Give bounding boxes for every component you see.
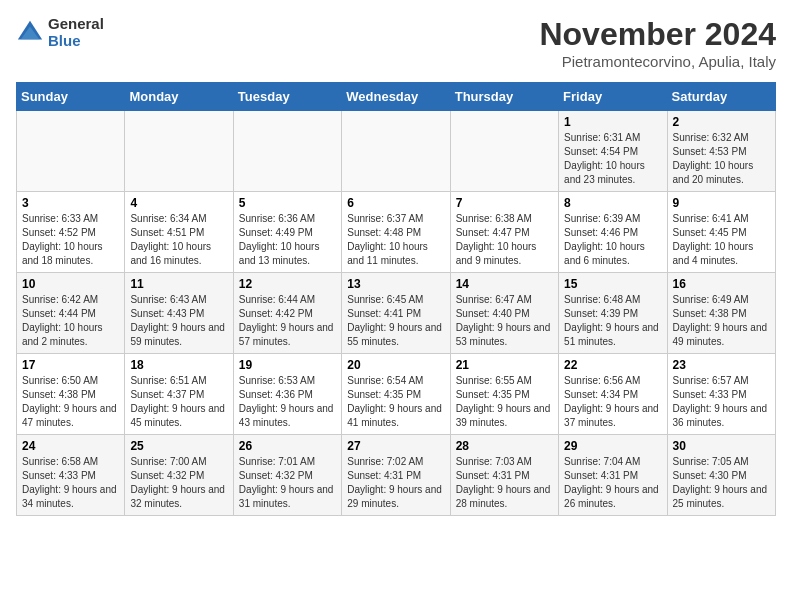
calendar-cell: 27Sunrise: 7:02 AM Sunset: 4:31 PM Dayli… bbox=[342, 435, 450, 516]
header-cell-friday: Friday bbox=[559, 83, 667, 111]
calendar-cell: 18Sunrise: 6:51 AM Sunset: 4:37 PM Dayli… bbox=[125, 354, 233, 435]
calendar-cell: 13Sunrise: 6:45 AM Sunset: 4:41 PM Dayli… bbox=[342, 273, 450, 354]
day-number: 14 bbox=[456, 277, 553, 291]
logo-blue-text: Blue bbox=[48, 33, 104, 50]
day-number: 8 bbox=[564, 196, 661, 210]
day-info: Sunrise: 6:54 AM Sunset: 4:35 PM Dayligh… bbox=[347, 374, 444, 430]
page-header: General Blue November 2024 Pietramonteco… bbox=[16, 16, 776, 70]
day-info: Sunrise: 6:48 AM Sunset: 4:39 PM Dayligh… bbox=[564, 293, 661, 349]
day-number: 23 bbox=[673, 358, 770, 372]
calendar-cell: 23Sunrise: 6:57 AM Sunset: 4:33 PM Dayli… bbox=[667, 354, 775, 435]
day-number: 9 bbox=[673, 196, 770, 210]
calendar-week-3: 10Sunrise: 6:42 AM Sunset: 4:44 PM Dayli… bbox=[17, 273, 776, 354]
day-info: Sunrise: 6:44 AM Sunset: 4:42 PM Dayligh… bbox=[239, 293, 336, 349]
day-info: Sunrise: 6:42 AM Sunset: 4:44 PM Dayligh… bbox=[22, 293, 119, 349]
day-info: Sunrise: 7:01 AM Sunset: 4:32 PM Dayligh… bbox=[239, 455, 336, 511]
calendar-week-4: 17Sunrise: 6:50 AM Sunset: 4:38 PM Dayli… bbox=[17, 354, 776, 435]
day-info: Sunrise: 6:49 AM Sunset: 4:38 PM Dayligh… bbox=[673, 293, 770, 349]
day-number: 19 bbox=[239, 358, 336, 372]
calendar-subtitle: Pietramontecorvino, Apulia, Italy bbox=[539, 53, 776, 70]
header-cell-tuesday: Tuesday bbox=[233, 83, 341, 111]
day-number: 1 bbox=[564, 115, 661, 129]
calendar-title: November 2024 bbox=[539, 16, 776, 53]
calendar-week-2: 3Sunrise: 6:33 AM Sunset: 4:52 PM Daylig… bbox=[17, 192, 776, 273]
day-info: Sunrise: 6:50 AM Sunset: 4:38 PM Dayligh… bbox=[22, 374, 119, 430]
calendar-cell: 1Sunrise: 6:31 AM Sunset: 4:54 PM Daylig… bbox=[559, 111, 667, 192]
day-number: 24 bbox=[22, 439, 119, 453]
day-number: 11 bbox=[130, 277, 227, 291]
day-info: Sunrise: 7:00 AM Sunset: 4:32 PM Dayligh… bbox=[130, 455, 227, 511]
day-info: Sunrise: 6:38 AM Sunset: 4:47 PM Dayligh… bbox=[456, 212, 553, 268]
header-cell-saturday: Saturday bbox=[667, 83, 775, 111]
day-number: 18 bbox=[130, 358, 227, 372]
day-info: Sunrise: 7:02 AM Sunset: 4:31 PM Dayligh… bbox=[347, 455, 444, 511]
day-number: 22 bbox=[564, 358, 661, 372]
calendar-cell: 17Sunrise: 6:50 AM Sunset: 4:38 PM Dayli… bbox=[17, 354, 125, 435]
day-number: 30 bbox=[673, 439, 770, 453]
calendar-cell: 15Sunrise: 6:48 AM Sunset: 4:39 PM Dayli… bbox=[559, 273, 667, 354]
calendar-cell: 8Sunrise: 6:39 AM Sunset: 4:46 PM Daylig… bbox=[559, 192, 667, 273]
day-info: Sunrise: 7:05 AM Sunset: 4:30 PM Dayligh… bbox=[673, 455, 770, 511]
day-number: 2 bbox=[673, 115, 770, 129]
header-cell-monday: Monday bbox=[125, 83, 233, 111]
day-number: 12 bbox=[239, 277, 336, 291]
calendar-table: SundayMondayTuesdayWednesdayThursdayFrid… bbox=[16, 82, 776, 516]
day-info: Sunrise: 6:37 AM Sunset: 4:48 PM Dayligh… bbox=[347, 212, 444, 268]
calendar-cell: 11Sunrise: 6:43 AM Sunset: 4:43 PM Dayli… bbox=[125, 273, 233, 354]
day-number: 6 bbox=[347, 196, 444, 210]
calendar-cell: 19Sunrise: 6:53 AM Sunset: 4:36 PM Dayli… bbox=[233, 354, 341, 435]
calendar-cell: 9Sunrise: 6:41 AM Sunset: 4:45 PM Daylig… bbox=[667, 192, 775, 273]
day-number: 7 bbox=[456, 196, 553, 210]
calendar-cell: 30Sunrise: 7:05 AM Sunset: 4:30 PM Dayli… bbox=[667, 435, 775, 516]
calendar-cell: 21Sunrise: 6:55 AM Sunset: 4:35 PM Dayli… bbox=[450, 354, 558, 435]
day-number: 25 bbox=[130, 439, 227, 453]
day-number: 15 bbox=[564, 277, 661, 291]
day-number: 4 bbox=[130, 196, 227, 210]
day-info: Sunrise: 6:47 AM Sunset: 4:40 PM Dayligh… bbox=[456, 293, 553, 349]
day-number: 10 bbox=[22, 277, 119, 291]
day-number: 17 bbox=[22, 358, 119, 372]
day-info: Sunrise: 6:45 AM Sunset: 4:41 PM Dayligh… bbox=[347, 293, 444, 349]
calendar-cell: 6Sunrise: 6:37 AM Sunset: 4:48 PM Daylig… bbox=[342, 192, 450, 273]
day-info: Sunrise: 6:41 AM Sunset: 4:45 PM Dayligh… bbox=[673, 212, 770, 268]
day-number: 21 bbox=[456, 358, 553, 372]
header-cell-sunday: Sunday bbox=[17, 83, 125, 111]
logo: General Blue bbox=[16, 16, 104, 49]
calendar-cell: 20Sunrise: 6:54 AM Sunset: 4:35 PM Dayli… bbox=[342, 354, 450, 435]
calendar-cell: 29Sunrise: 7:04 AM Sunset: 4:31 PM Dayli… bbox=[559, 435, 667, 516]
calendar-cell: 4Sunrise: 6:34 AM Sunset: 4:51 PM Daylig… bbox=[125, 192, 233, 273]
day-info: Sunrise: 7:04 AM Sunset: 4:31 PM Dayligh… bbox=[564, 455, 661, 511]
day-info: Sunrise: 6:43 AM Sunset: 4:43 PM Dayligh… bbox=[130, 293, 227, 349]
calendar-cell: 7Sunrise: 6:38 AM Sunset: 4:47 PM Daylig… bbox=[450, 192, 558, 273]
calendar-cell: 12Sunrise: 6:44 AM Sunset: 4:42 PM Dayli… bbox=[233, 273, 341, 354]
calendar-cell: 28Sunrise: 7:03 AM Sunset: 4:31 PM Dayli… bbox=[450, 435, 558, 516]
calendar-cell bbox=[233, 111, 341, 192]
day-info: Sunrise: 6:55 AM Sunset: 4:35 PM Dayligh… bbox=[456, 374, 553, 430]
day-info: Sunrise: 6:31 AM Sunset: 4:54 PM Dayligh… bbox=[564, 131, 661, 187]
logo-icon bbox=[16, 19, 44, 47]
day-number: 13 bbox=[347, 277, 444, 291]
day-info: Sunrise: 6:36 AM Sunset: 4:49 PM Dayligh… bbox=[239, 212, 336, 268]
day-number: 3 bbox=[22, 196, 119, 210]
day-info: Sunrise: 6:33 AM Sunset: 4:52 PM Dayligh… bbox=[22, 212, 119, 268]
calendar-header: SundayMondayTuesdayWednesdayThursdayFrid… bbox=[17, 83, 776, 111]
header-cell-wednesday: Wednesday bbox=[342, 83, 450, 111]
calendar-cell: 25Sunrise: 7:00 AM Sunset: 4:32 PM Dayli… bbox=[125, 435, 233, 516]
calendar-cell bbox=[450, 111, 558, 192]
day-number: 29 bbox=[564, 439, 661, 453]
day-info: Sunrise: 6:53 AM Sunset: 4:36 PM Dayligh… bbox=[239, 374, 336, 430]
calendar-cell: 24Sunrise: 6:58 AM Sunset: 4:33 PM Dayli… bbox=[17, 435, 125, 516]
day-number: 27 bbox=[347, 439, 444, 453]
header-row: SundayMondayTuesdayWednesdayThursdayFrid… bbox=[17, 83, 776, 111]
calendar-cell: 14Sunrise: 6:47 AM Sunset: 4:40 PM Dayli… bbox=[450, 273, 558, 354]
calendar-cell: 10Sunrise: 6:42 AM Sunset: 4:44 PM Dayli… bbox=[17, 273, 125, 354]
calendar-cell: 5Sunrise: 6:36 AM Sunset: 4:49 PM Daylig… bbox=[233, 192, 341, 273]
day-info: Sunrise: 6:56 AM Sunset: 4:34 PM Dayligh… bbox=[564, 374, 661, 430]
day-number: 5 bbox=[239, 196, 336, 210]
logo-general-text: General bbox=[48, 16, 104, 33]
calendar-cell: 26Sunrise: 7:01 AM Sunset: 4:32 PM Dayli… bbox=[233, 435, 341, 516]
calendar-cell bbox=[125, 111, 233, 192]
calendar-week-1: 1Sunrise: 6:31 AM Sunset: 4:54 PM Daylig… bbox=[17, 111, 776, 192]
day-info: Sunrise: 6:51 AM Sunset: 4:37 PM Dayligh… bbox=[130, 374, 227, 430]
title-block: November 2024 Pietramontecorvino, Apulia… bbox=[539, 16, 776, 70]
